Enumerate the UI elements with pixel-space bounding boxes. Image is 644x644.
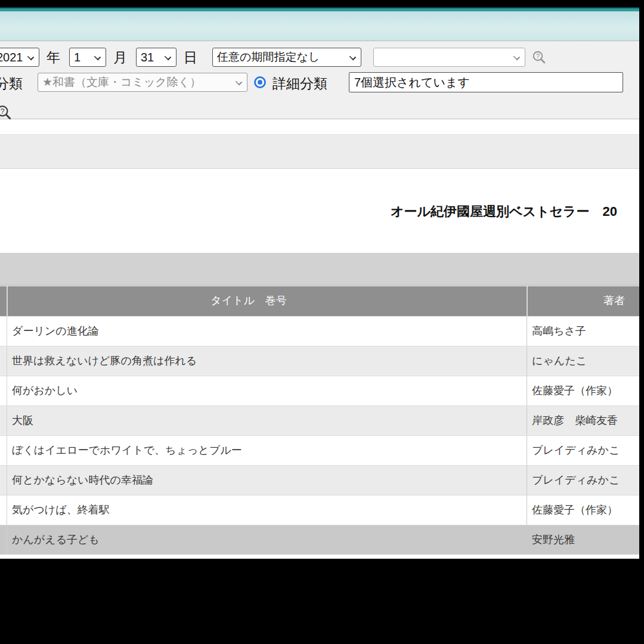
category-select[interactable]: ★和書（文庫・コミック除く） — [38, 73, 247, 92]
svg-text:?: ? — [1, 107, 5, 116]
table-row[interactable]: 気がつけば、終着駅 佐藤愛子（作家） — [0, 495, 639, 525]
browser-viewport: 2021 年 1 月 31 日 任意の期間指定なし ? 分類 — [0, 7, 639, 559]
cell-author: ブレイディみかこ — [527, 466, 639, 495]
secondary-select[interactable] — [373, 48, 525, 67]
cell-title: 何がおかしい — [7, 376, 527, 405]
chevron-down-icon — [94, 54, 101, 60]
table-row[interactable]: 大阪 岸政彦 柴崎友香 — [0, 405, 639, 435]
year-value: 2021 — [0, 51, 23, 64]
cell-rank — [0, 436, 7, 465]
cell-title: 世界は救えないけど豚の角煮は作れる — [7, 346, 527, 376]
day-label: 日 — [184, 48, 197, 67]
header-title: タイトル 巻号 — [7, 286, 527, 316]
month-label: 月 — [113, 48, 127, 67]
table-row[interactable]: 世界は救えないけど豚の角煮は作れる にゃんたこ — [0, 346, 639, 376]
period-value: 任意の期間指定なし — [217, 51, 320, 63]
table-header-row: タイトル 巻号 著者 — [0, 286, 639, 316]
top-teal-bar — [0, 7, 639, 11]
cell-author: 佐藤愛子（作家） — [527, 496, 639, 525]
table-row[interactable]: 何とかならない時代の幸福論 ブレイディみかこ — [0, 465, 639, 495]
header-rank — [0, 286, 7, 316]
chevron-down-icon — [349, 54, 356, 60]
detail-category-radio[interactable] — [254, 76, 266, 88]
help-search-icon[interactable]: ? — [0, 104, 12, 120]
cell-title: ダーリンの進化論 — [7, 317, 527, 346]
table-row[interactable]: ぼくはイエローでホワイトで、ちょっとブルー ブレイディみかこ — [0, 435, 639, 465]
day-value: 31 — [141, 51, 154, 64]
cell-author: ブレイディみかこ — [527, 436, 639, 465]
chevron-down-icon — [165, 54, 171, 60]
header-author: 著者 — [527, 286, 639, 316]
page-title: オール紀伊國屋週別ベストセラー 20 — [391, 203, 617, 221]
cell-author: 佐藤愛子（作家） — [527, 376, 639, 405]
table-row[interactable]: かんがえる子ども 安野光雅 — [0, 525, 639, 555]
filter-form: 2021 年 1 月 31 日 任意の期間指定なし ? 分類 — [0, 41, 639, 119]
bestseller-table: タイトル 巻号 著者 ダーリンの進化論 高嶋ちさ子 世界は救えないけど豚の角煮は… — [0, 286, 639, 555]
cell-rank — [0, 376, 7, 405]
help-search-icon[interactable]: ? — [532, 50, 546, 64]
cell-title: 大阪 — [7, 406, 527, 435]
cell-author: 安野光雅 — [527, 525, 639, 555]
cell-author: 高嶋ちさ子 — [527, 317, 639, 346]
chevron-down-icon — [513, 54, 520, 60]
chevron-down-icon — [236, 79, 242, 85]
cell-rank — [0, 525, 7, 555]
cell-rank — [0, 346, 7, 376]
cell-title: ぼくはイエローでホワイトで、ちょっとブルー — [7, 436, 527, 465]
day-select[interactable]: 31 — [136, 48, 177, 67]
svg-text:?: ? — [536, 52, 540, 60]
cell-rank — [0, 496, 7, 525]
table-row[interactable]: 何がおかしい 佐藤愛子（作家） — [0, 376, 639, 405]
category-label: 分類 — [0, 74, 23, 93]
table-body: ダーリンの進化論 高嶋ちさ子 世界は救えないけど豚の角煮は作れる にゃんたこ 何… — [0, 316, 639, 555]
table-row[interactable]: ダーリンの進化論 高嶋ちさ子 — [0, 316, 639, 346]
detail-category-input[interactable]: 7個選択されています — [349, 72, 623, 92]
empty-toolbar-band — [0, 134, 639, 169]
detail-category-label: 詳細分類 — [273, 74, 327, 93]
cell-title: かんがえる子ども — [7, 525, 527, 555]
cell-author: にゃんたこ — [527, 346, 639, 376]
cell-title: 気がつけば、終着駅 — [7, 496, 527, 525]
cell-rank — [0, 406, 7, 435]
table-toolbar-band — [0, 253, 639, 286]
top-pale-band — [0, 11, 639, 41]
cell-author: 岸政彦 柴崎友香 — [527, 406, 639, 435]
month-value: 1 — [74, 51, 80, 64]
cell-rank — [0, 317, 7, 346]
period-select[interactable]: 任意の期間指定なし — [212, 48, 361, 67]
radio-dot — [258, 80, 262, 85]
year-label: 年 — [47, 48, 60, 67]
year-select[interactable]: 2021 — [0, 48, 39, 67]
month-select[interactable]: 1 — [69, 48, 106, 67]
chevron-down-icon — [27, 54, 34, 60]
cell-title: 何とかならない時代の幸福論 — [7, 466, 527, 495]
cell-rank — [0, 466, 7, 495]
category-value: ★和書（文庫・コミック除く） — [42, 76, 201, 88]
